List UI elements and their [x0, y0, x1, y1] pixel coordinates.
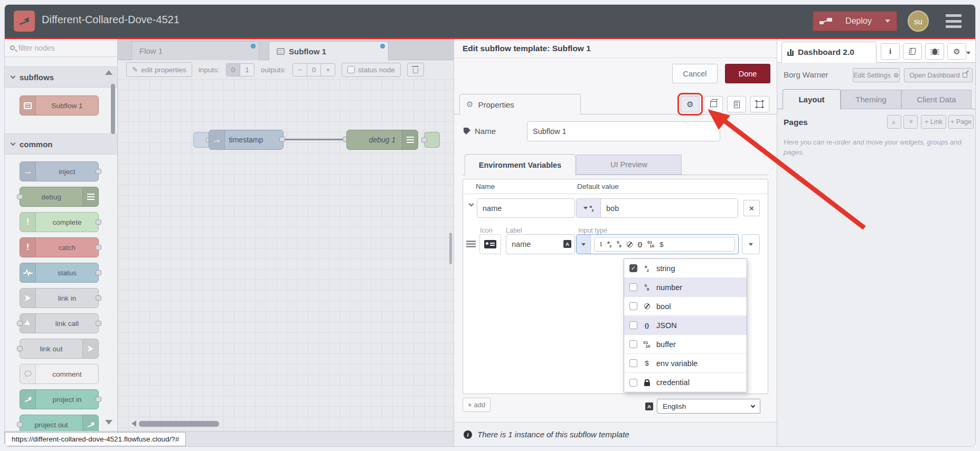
checkbox[interactable] — [629, 340, 637, 348]
palette-scroll-down-icon[interactable] — [105, 420, 112, 428]
checkbox[interactable] — [629, 379, 637, 387]
deploy-button[interactable]: Deploy — [813, 11, 897, 31]
properties-gear-button[interactable]: ⚙ — [681, 96, 700, 112]
value-type-button[interactable]: az — [577, 199, 601, 217]
palette-node-complete[interactable]: ! complete — [20, 212, 99, 232]
cancel-button[interactable]: Cancel — [672, 64, 718, 83]
tab-layout[interactable]: Layout — [783, 89, 841, 109]
edit-properties-button[interactable]: ✎ edit properties — [126, 62, 192, 77]
input-type-caret-button[interactable] — [577, 235, 591, 254]
tab-flow-1[interactable]: Flow 1 — [131, 41, 259, 60]
menu-item-number[interactable]: 09 number — [624, 278, 747, 297]
open-dashboard-button[interactable]: Open Dashboard — [904, 68, 973, 82]
palette-node-status[interactable]: status — [20, 263, 99, 283]
sidebar-more-tabs-icon[interactable] — [966, 52, 970, 56]
avatar[interactable]: su — [908, 11, 929, 32]
subflow-name-input[interactable] — [527, 121, 720, 141]
outputs-stepper[interactable]: − 0 + — [293, 63, 335, 76]
palette-node-project-in[interactable]: project in — [20, 389, 99, 409]
config-tab-button[interactable]: ⚙ — [947, 43, 966, 60]
palette-node-link-in[interactable]: link in — [20, 288, 99, 308]
palette-node-inject[interactable]: → inject — [20, 161, 99, 181]
tab-dashboard-2[interactable]: Dashboard 2.0 — [781, 42, 877, 63]
palette-node-comment[interactable]: comment — [20, 364, 99, 384]
translate-icon[interactable]: A — [563, 240, 571, 248]
checkbox[interactable] — [629, 359, 637, 367]
buffer-type-icon: 0110 — [647, 241, 654, 248]
delete-subflow-button[interactable] — [407, 63, 424, 76]
env-var-name-input[interactable] — [477, 198, 575, 218]
category-subflows[interactable]: subflows — [5, 66, 117, 88]
palette-node-subflow[interactable]: Subflow 1 — [20, 95, 99, 116]
status-node-checkbox[interactable] — [347, 66, 355, 73]
menu-item-env-variable[interactable]: $ env variable — [624, 354, 747, 373]
move-up-button[interactable]: « — [887, 115, 901, 129]
appearance-button[interactable] — [704, 96, 723, 112]
horizontal-scrollbar[interactable] — [139, 421, 219, 427]
palette-node-project-out[interactable]: project out — [20, 415, 99, 431]
module-properties-button[interactable] — [750, 96, 769, 112]
move-down-button[interactable]: « — [903, 115, 918, 129]
palette-scroll-up-icon[interactable] — [105, 66, 112, 75]
menu-item-buffer[interactable]: 0110 buffer — [624, 335, 747, 354]
column-default-value: Default value — [577, 183, 619, 190]
drag-handle-icon[interactable] — [466, 241, 476, 242]
checkbox[interactable] — [629, 321, 637, 329]
delete-row-button[interactable]: × — [743, 200, 760, 216]
add-page-button[interactable]: + Page — [948, 115, 974, 129]
palette-node-debug[interactable]: debug — [20, 187, 99, 207]
subflow-output-stub[interactable] — [424, 132, 440, 148]
tab-theming[interactable]: Theming — [841, 90, 901, 109]
debug-tab-button[interactable] — [925, 43, 944, 60]
subflow-input-stub[interactable] — [193, 132, 209, 148]
inputs-option-1[interactable]: 1 — [240, 64, 254, 76]
env-var-value-input[interactable] — [601, 199, 738, 217]
menu-item-string[interactable]: ✓ az string — [624, 259, 747, 278]
checkbox[interactable] — [629, 302, 637, 310]
main-menu-icon[interactable] — [946, 14, 962, 28]
outputs-plus-button[interactable]: + — [321, 64, 335, 76]
icon-label: Icon — [480, 227, 493, 234]
row-expand-icon[interactable] — [469, 201, 474, 207]
checkbox-checked[interactable]: ✓ — [629, 264, 637, 272]
add-env-var-button[interactable]: + add — [463, 398, 491, 412]
tab-ui-preview[interactable]: UI Preview — [576, 155, 682, 175]
menu-item-bool[interactable]: bool — [624, 297, 747, 316]
menu-item-json[interactable]: {} JSON — [624, 316, 747, 335]
inputs-option-0[interactable]: 0 — [227, 64, 241, 76]
deploy-dropdown-icon[interactable] — [885, 20, 890, 25]
outputs-minus-button[interactable]: − — [293, 64, 307, 76]
flow-node-timestamp[interactable]: → timestamp — [209, 130, 284, 150]
info-tab-button[interactable]: i — [881, 43, 900, 60]
done-button[interactable]: Done — [725, 64, 770, 83]
checkbox[interactable] — [629, 283, 637, 291]
vertical-scrollbar[interactable] — [449, 233, 452, 264]
filter-nodes-input[interactable] — [18, 44, 98, 52]
flow-grid[interactable]: → timestamp debug 1 — [118, 79, 454, 431]
add-link-button[interactable]: + Link — [921, 115, 946, 129]
tab-subflow-1[interactable]: Subflow 1 — [269, 41, 389, 61]
inputs-toggle[interactable]: 0 1 — [226, 63, 255, 76]
env-var-icon-picker[interactable] — [479, 234, 501, 254]
edit-settings-button[interactable]: Edit Settings ⚙ — [853, 68, 900, 82]
help-tab-button[interactable] — [903, 43, 922, 60]
status-node-toggle[interactable]: status node — [342, 63, 401, 77]
tab-client-data[interactable]: Client Data — [901, 90, 972, 109]
palette-node-link-call[interactable]: link call — [20, 313, 99, 333]
menu-item-credential[interactable]: credential — [624, 373, 747, 392]
palette-node-catch[interactable]: ! catch — [20, 237, 99, 257]
output-port[interactable] — [279, 137, 285, 142]
hscroll-left-icon[interactable] — [128, 420, 136, 427]
palette-search[interactable] — [5, 39, 117, 57]
tab-environment-variables[interactable]: Environment Variables — [465, 154, 576, 175]
flow-node-debug-1[interactable]: debug 1 — [346, 130, 418, 150]
category-common[interactable]: common — [5, 133, 117, 155]
wire[interactable] — [282, 139, 346, 140]
description-button[interactable] — [727, 96, 746, 112]
language-select[interactable]: English — [657, 399, 760, 414]
document-icon — [734, 101, 740, 108]
palette-node-link-out[interactable]: link out — [20, 339, 99, 359]
palette-scrollbar[interactable] — [111, 84, 115, 134]
input-type-dropdown-button[interactable] — [742, 234, 760, 254]
tab-properties[interactable]: ⚙ Properties — [459, 94, 581, 114]
